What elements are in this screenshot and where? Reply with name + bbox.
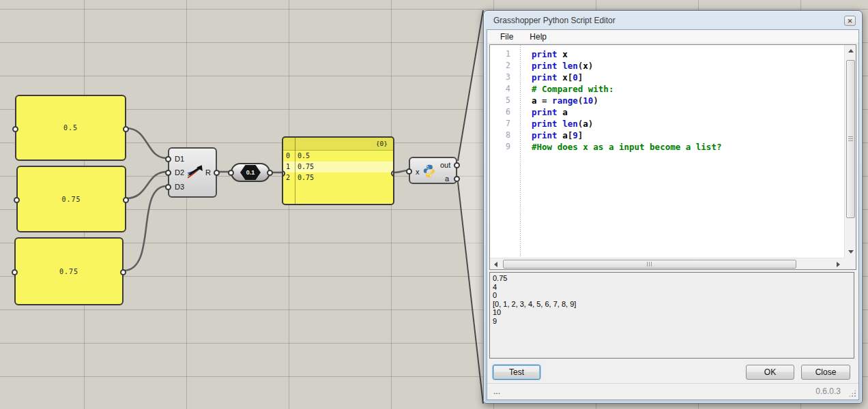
list-panel-row: 00.5: [283, 151, 393, 162]
script-output-box[interactable]: 0.75 4 0 [0, 1, 2, 3, 4, 5, 6, 7, 8, 9] …: [489, 272, 854, 359]
line-number: 3: [490, 72, 510, 83]
code-line: 6print a: [490, 106, 844, 118]
merge-input-label-d1: D1: [175, 155, 184, 163]
code-line: 9#How does x as a input become a list?: [490, 141, 844, 153]
merge-input-label-d3: D3: [175, 183, 184, 191]
value-panel-2[interactable]: 0.75: [16, 166, 126, 232]
ok-button[interactable]: OK: [746, 365, 794, 380]
number-output-nub[interactable]: [267, 170, 273, 176]
code-line: 5a = range(10): [490, 95, 844, 106]
window-titlebar[interactable]: Grasshopper Python Script Editor ✕: [484, 11, 862, 29]
gutter-separator: [520, 45, 521, 258]
merge-output-nub[interactable]: [214, 170, 220, 176]
scroll-right-button[interactable]: [833, 258, 844, 270]
code-editor[interactable]: 1print x2print len(x)3print x[0]4# Compa…: [489, 44, 856, 270]
merge-component[interactable]: D1 D2 D3 R: [168, 147, 217, 198]
merge-input-nub-d2[interactable]: [165, 170, 171, 176]
line-number: 5: [490, 95, 510, 106]
number-param-icon-label: 0.1: [246, 169, 255, 176]
value-panel-3[interactable]: 0.75: [14, 237, 124, 305]
python-output-nub-a[interactable]: [454, 176, 460, 182]
vertical-scrollbar[interactable]: [844, 45, 856, 258]
arrow-right-icon: [837, 262, 840, 267]
panel-output-nub[interactable]: [123, 126, 129, 132]
panel-input-nub[interactable]: [14, 197, 20, 203]
status-text: ...: [493, 387, 500, 396]
version-label: 0.6.0.3: [815, 387, 841, 396]
panel-value: 0.75: [61, 196, 81, 203]
merge-input-label-d2: D2: [175, 168, 184, 177]
merge-output-label-r: R: [205, 168, 211, 177]
line-number: 6: [490, 106, 510, 118]
scroll-up-button[interactable]: [845, 45, 856, 57]
code-line: 2print len(x): [490, 60, 844, 72]
line-number: 2: [490, 60, 510, 72]
panel-output-nub[interactable]: [123, 197, 129, 203]
python-component[interactable]: x out a: [409, 157, 457, 184]
resize-grip-icon[interactable]: [848, 389, 856, 397]
line-number: 9: [490, 141, 510, 153]
python-output-nub-out[interactable]: [454, 162, 460, 168]
list-panel-output-nub[interactable]: [391, 170, 394, 177]
list-output-panel[interactable]: {0} 00.510.7520.75: [282, 136, 394, 205]
window-title: Grasshopper Python Script Editor: [493, 16, 616, 25]
number-param-icon: 0.1: [240, 165, 261, 180]
merge-input-nub-d1[interactable]: [165, 156, 171, 162]
python-input-label-x: x: [416, 168, 420, 176]
list-panel-gutter-line: [295, 138, 295, 204]
close-button[interactable]: Close: [801, 365, 850, 380]
code-line: 4# Compared with:: [490, 83, 844, 95]
vertical-scrollbar-thumb[interactable]: [846, 60, 855, 218]
code-line: 8print a[9]: [490, 130, 844, 141]
list-panel-row: 20.75: [283, 172, 393, 183]
python-input-nub[interactable]: [406, 168, 412, 175]
funnel-fill: [458, 10, 483, 404]
script-output-text: 0.75 4 0 [0, 1, 2, 3, 4, 5, 6, 7, 8, 9] …: [490, 273, 854, 327]
panel-input-nub[interactable]: [12, 126, 18, 132]
wire[interactable]: [126, 172, 167, 198]
line-number: 1: [490, 48, 510, 60]
arrow-down-icon: [848, 250, 854, 254]
line-number: 4: [490, 83, 510, 95]
scroll-left-button[interactable]: [490, 258, 502, 270]
panel-output-nub[interactable]: [120, 269, 126, 275]
python-icon: [422, 164, 437, 179]
code-line: 7print len(a): [490, 118, 844, 130]
python-output-label-a: a: [445, 175, 449, 183]
code-line: 3print x[0]: [490, 72, 844, 83]
arrow-left-icon: [494, 262, 497, 267]
list-panel-rows: 00.510.7520.75: [283, 151, 393, 183]
status-bar: ... 0.6.0.3: [487, 383, 858, 399]
value-panel-1[interactable]: 0.5: [15, 95, 126, 161]
arrow-up-icon: [848, 49, 854, 52]
menu-help[interactable]: Help: [521, 31, 555, 43]
horizontal-scrollbar[interactable]: [490, 258, 844, 269]
window-body: File Help 1print x2print len(x)3print x[…: [487, 29, 859, 400]
code-text-area[interactable]: 1print x2print len(x)3print x[0]4# Compa…: [490, 45, 844, 258]
line-number: 7: [490, 118, 510, 130]
number-parameter[interactable]: 0.1: [231, 163, 270, 182]
panel-value: 0.75: [59, 268, 78, 275]
window-close-button[interactable]: ✕: [844, 16, 856, 26]
merge-input-nub-d3[interactable]: [165, 184, 171, 190]
scroll-down-button[interactable]: [845, 246, 856, 258]
list-panel-row: 10.75: [283, 162, 393, 172]
menu-file[interactable]: File: [492, 31, 521, 43]
merge-icon: [186, 162, 204, 180]
list-panel-path-header: {0}: [283, 138, 393, 151]
python-output-label-out: out: [440, 161, 450, 169]
horizontal-scrollbar-thumb[interactable]: [503, 260, 796, 269]
panel-input-nub[interactable]: [12, 269, 18, 275]
panel-value: 0.5: [63, 124, 78, 132]
line-number: 8: [490, 130, 510, 141]
scrollbar-corner: [844, 258, 856, 269]
close-icon: ✕: [848, 18, 853, 25]
wire[interactable]: [126, 128, 167, 158]
number-input-nub[interactable]: [228, 170, 234, 176]
menu-bar: File Help: [487, 30, 858, 44]
python-script-editor-window: Grasshopper Python Script Editor ✕ File …: [483, 10, 863, 404]
code-line: 1print x: [490, 48, 844, 60]
test-button[interactable]: Test: [493, 365, 540, 380]
